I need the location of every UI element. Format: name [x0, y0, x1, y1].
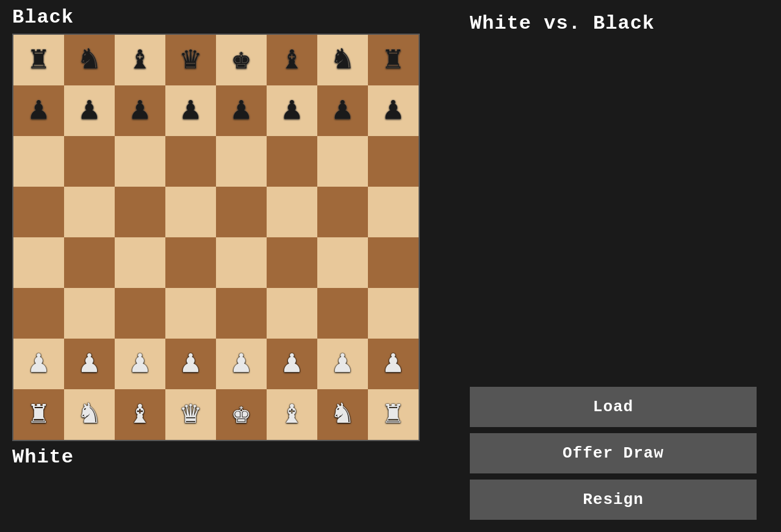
square-7-0[interactable]: ♜ — [13, 389, 64, 440]
white-piece: ♟ — [333, 348, 352, 380]
white-piece: ♟ — [384, 348, 403, 380]
square-5-7[interactable] — [368, 288, 419, 339]
black-piece: ♟ — [333, 95, 352, 127]
square-0-4[interactable]: ♚ — [216, 35, 267, 85]
square-1-0[interactable]: ♟ — [13, 85, 64, 136]
black-piece: ♝ — [283, 45, 301, 76]
square-5-5[interactable] — [267, 288, 317, 339]
square-1-2[interactable]: ♟ — [115, 85, 165, 136]
square-5-1[interactable] — [64, 288, 115, 339]
square-7-6[interactable]: ♞ — [317, 389, 368, 440]
white-piece: ♟ — [181, 348, 200, 380]
black-piece: ♟ — [232, 95, 251, 127]
square-2-2[interactable] — [115, 136, 165, 187]
offer-draw-button[interactable]: Offer Draw — [470, 433, 757, 473]
square-3-4[interactable] — [216, 187, 267, 237]
square-7-5[interactable]: ♝ — [267, 389, 317, 440]
white-piece: ♜ — [384, 399, 403, 431]
square-3-1[interactable] — [64, 187, 115, 237]
load-button[interactable]: Load — [470, 387, 757, 427]
square-4-2[interactable] — [115, 237, 165, 288]
right-panel: White vs. Black Load Offer Draw Resign — [458, 6, 769, 532]
black-piece: ♝ — [131, 45, 149, 76]
black-piece: ♞ — [80, 45, 99, 76]
square-6-4[interactable]: ♟ — [216, 339, 267, 389]
square-2-3[interactable] — [165, 136, 216, 187]
black-piece: ♚ — [232, 45, 251, 76]
white-piece: ♝ — [283, 399, 301, 431]
square-4-4[interactable] — [216, 237, 267, 288]
square-1-7[interactable]: ♟ — [368, 85, 419, 136]
black-piece: ♜ — [29, 45, 48, 76]
square-0-6[interactable]: ♞ — [317, 35, 368, 85]
square-4-3[interactable] — [165, 237, 216, 288]
square-3-2[interactable] — [115, 187, 165, 237]
square-6-3[interactable]: ♟ — [165, 339, 216, 389]
white-player-label: White — [12, 446, 74, 469]
resign-button[interactable]: Resign — [470, 480, 757, 520]
square-5-4[interactable] — [216, 288, 267, 339]
square-1-3[interactable]: ♟ — [165, 85, 216, 136]
white-piece: ♟ — [29, 348, 48, 380]
square-3-5[interactable] — [267, 187, 317, 237]
square-3-0[interactable] — [13, 187, 64, 237]
white-piece: ♜ — [29, 399, 48, 431]
square-3-7[interactable] — [368, 187, 419, 237]
square-0-7[interactable]: ♜ — [368, 35, 419, 85]
black-piece: ♟ — [384, 95, 403, 127]
square-0-2[interactable]: ♝ — [115, 35, 165, 85]
square-2-7[interactable] — [368, 136, 419, 187]
square-3-6[interactable] — [317, 187, 368, 237]
black-piece: ♞ — [333, 45, 352, 76]
square-4-1[interactable] — [64, 237, 115, 288]
square-4-7[interactable] — [368, 237, 419, 288]
square-7-4[interactable]: ♚ — [216, 389, 267, 440]
square-1-4[interactable]: ♟ — [216, 85, 267, 136]
square-5-0[interactable] — [13, 288, 64, 339]
chess-board[interactable]: ♜♞♝♛♚♝♞♜♟♟♟♟♟♟♟♟♟♟♟♟♟♟♟♟♜♞♝♛♚♝♞♜ — [12, 34, 420, 441]
square-2-1[interactable] — [64, 136, 115, 187]
black-piece: ♜ — [384, 45, 403, 76]
game-title: White vs. Black — [470, 12, 757, 35]
square-3-3[interactable] — [165, 187, 216, 237]
square-7-2[interactable]: ♝ — [115, 389, 165, 440]
white-piece: ♞ — [80, 399, 99, 431]
square-0-5[interactable]: ♝ — [267, 35, 317, 85]
white-piece: ♟ — [283, 348, 301, 380]
square-1-6[interactable]: ♟ — [317, 85, 368, 136]
square-2-6[interactable] — [317, 136, 368, 187]
square-5-3[interactable] — [165, 288, 216, 339]
white-piece: ♞ — [333, 399, 352, 431]
black-player-label: Black — [12, 6, 74, 29]
black-piece: ♟ — [29, 95, 48, 127]
black-piece: ♟ — [181, 95, 200, 127]
left-panel: Black ♜♞♝♛♚♝♞♜♟♟♟♟♟♟♟♟♟♟♟♟♟♟♟♟♜♞♝♛♚♝♞♜ W… — [12, 6, 458, 469]
square-4-0[interactable] — [13, 237, 64, 288]
square-2-0[interactable] — [13, 136, 64, 187]
square-1-1[interactable]: ♟ — [64, 85, 115, 136]
white-piece: ♟ — [80, 348, 99, 380]
square-5-2[interactable] — [115, 288, 165, 339]
square-7-3[interactable]: ♛ — [165, 389, 216, 440]
square-7-7[interactable]: ♜ — [368, 389, 419, 440]
square-6-2[interactable]: ♟ — [115, 339, 165, 389]
square-4-5[interactable] — [267, 237, 317, 288]
square-2-5[interactable] — [267, 136, 317, 187]
square-1-5[interactable]: ♟ — [267, 85, 317, 136]
square-0-3[interactable]: ♛ — [165, 35, 216, 85]
square-2-4[interactable] — [216, 136, 267, 187]
black-piece: ♛ — [181, 45, 200, 76]
square-6-1[interactable]: ♟ — [64, 339, 115, 389]
square-0-0[interactable]: ♜ — [13, 35, 64, 85]
square-6-0[interactable]: ♟ — [13, 339, 64, 389]
square-6-6[interactable]: ♟ — [317, 339, 368, 389]
square-7-1[interactable]: ♞ — [64, 389, 115, 440]
white-piece: ♛ — [181, 399, 200, 431]
black-piece: ♟ — [283, 95, 301, 127]
white-piece: ♟ — [232, 348, 251, 380]
square-6-5[interactable]: ♟ — [267, 339, 317, 389]
square-6-7[interactable]: ♟ — [368, 339, 419, 389]
square-4-6[interactable] — [317, 237, 368, 288]
square-5-6[interactable] — [317, 288, 368, 339]
square-0-1[interactable]: ♞ — [64, 35, 115, 85]
